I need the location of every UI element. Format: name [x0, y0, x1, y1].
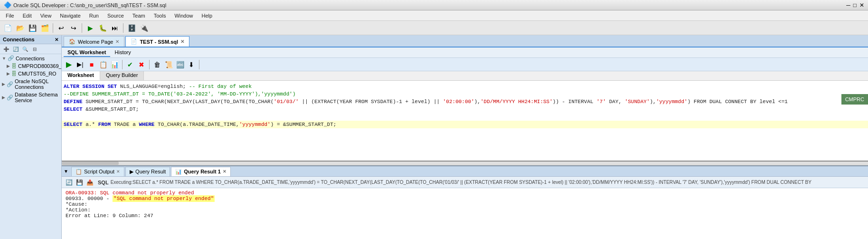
undo-btn[interactable]: ↩	[56, 23, 67, 33]
save-results-btn[interactable]: 💾	[75, 178, 84, 187]
tree-item-nosql[interactable]: ▶ 🔗 Oracle NoSQL Connections	[0, 77, 61, 91]
menu-item-help[interactable]: Help	[198, 12, 217, 19]
history-btn[interactable]: 📜	[163, 59, 174, 70]
main-layout: Connections ✕ ➕ 🔄 🔍 ⊟ ▼ 🔗 Connections ▶ …	[0, 35, 868, 239]
editor-tab-worksheet[interactable]: Worksheet	[62, 71, 100, 80]
code-line-1: ALTER SESSION SET NLS_LANGUAGE=english; …	[62, 83, 868, 90]
editor-scrollbar[interactable]	[62, 162, 868, 165]
sql-sep-1	[122, 60, 123, 69]
tab-welcome-close[interactable]: ✕	[115, 39, 119, 44]
tab-ssm-close[interactable]: ✕	[180, 39, 184, 44]
connections-toolbar: ➕ 🔄 🔍 ⊟	[0, 44, 61, 54]
connections-label: Connections	[16, 56, 45, 61]
tree-item-cmutst[interactable]: ▶ 🗄 CMUTST05_RO	[0, 70, 61, 77]
menu-bar: FileEditViewNavigateRunSourceTeamToolsWi…	[0, 10, 868, 21]
explain-btn[interactable]: 📋	[98, 59, 108, 70]
menu-item-team[interactable]: Team	[129, 12, 149, 19]
query-result-label: Query Result	[135, 169, 166, 174]
menu-item-window[interactable]: Window	[170, 12, 197, 19]
code-editor[interactable]: ALTER SESSION SET NLS_LANGUAGE=english; …	[62, 81, 868, 162]
query-result-1-close[interactable]: ✕	[223, 169, 226, 174]
editor-tab-worksheet-label: Worksheet	[67, 72, 94, 78]
debug-btn[interactable]: 🐛	[97, 23, 108, 33]
menu-item-navigate[interactable]: Navigate	[56, 12, 84, 19]
tree-item-cmprod[interactable]: ▶ 🗄 CMPROD800369_RO	[0, 62, 61, 70]
bottom-panel-collapse-btn[interactable]: ▼	[64, 169, 68, 174]
add-conn-btn[interactable]: ➕	[2, 45, 10, 53]
schema-label: Database Schema Service	[15, 92, 59, 103]
bottom-tab-query-result[interactable]: ▶ Query Result	[125, 167, 170, 176]
close-btn[interactable]: ✕	[859, 2, 864, 9]
collapse-all-btn[interactable]: ⊟	[30, 45, 39, 53]
bottom-tab-query-result-1[interactable]: 📊 Query Result 1 ✕	[171, 167, 231, 176]
editor-tab-querybuilder[interactable]: Query Builder	[100, 71, 144, 80]
ws-tab-history[interactable]: History	[111, 48, 135, 57]
script-output-content: ORA-00933: SQL command not properly ende…	[62, 188, 868, 239]
new-btn[interactable]: 📄	[2, 23, 13, 33]
format-btn[interactable]: 🔤	[175, 59, 185, 70]
save-btn[interactable]: 💾	[27, 23, 38, 33]
query-result-icon: ▶	[130, 169, 133, 175]
rollback-btn[interactable]: ✖	[136, 59, 147, 70]
save-all-btn[interactable]: 🗂️	[39, 23, 50, 33]
db-icon-cmutst: 🗄	[11, 71, 17, 76]
query-result-1-label: Query Result 1	[184, 169, 221, 174]
commit-btn[interactable]: ✔	[125, 59, 135, 70]
menu-item-tools[interactable]: Tools	[150, 12, 170, 19]
sql-label: SQL	[98, 180, 109, 185]
export-btn[interactable]: 📤	[85, 178, 94, 187]
refresh-conn-btn[interactable]: 🔄	[11, 45, 20, 53]
run-script-btn[interactable]: ▶|	[75, 59, 85, 70]
separator-2	[82, 23, 82, 33]
ws-tab-worksheet[interactable]: SQL Worksheet	[64, 48, 110, 57]
menu-item-run[interactable]: Run	[85, 12, 103, 19]
minimize-btn[interactable]: ─	[846, 2, 850, 9]
editor-tabs: Worksheet Query Builder	[62, 71, 868, 81]
app-icon: 🔷	[4, 1, 11, 9]
code-line-6: SELECT a.* FROM TRADE a WHERE TO_CHAR(a.…	[62, 121, 868, 128]
bottom-tab-script-output[interactable]: 📋 Script Output ✕	[71, 167, 124, 176]
filter-btn[interactable]: 🔍	[21, 45, 29, 53]
tab-welcome-icon: 🏠	[69, 38, 75, 45]
editor-tab-querybuilder-label: Query Builder	[106, 72, 138, 78]
error-line-4: *Action:	[66, 207, 864, 213]
run-statement-btn[interactable]: ▶	[64, 59, 74, 70]
conn-btn[interactable]: 🔌	[138, 23, 150, 33]
redo-btn[interactable]: ↪	[68, 23, 79, 33]
tree-item-connections[interactable]: ▼ 🔗 Connections	[0, 54, 61, 62]
menu-item-source[interactable]: Source	[104, 12, 128, 19]
code-line-5	[62, 113, 868, 121]
error-line-5: Error at Line: 9 Column: 247	[66, 213, 864, 219]
clear-btn[interactable]: 🗑	[152, 59, 162, 70]
title-text: Oracle SQL Developer : C:\snb_ro_user\SN…	[13, 2, 166, 8]
step-btn[interactable]: ⏭	[109, 23, 121, 33]
autotrace-btn[interactable]: 📊	[109, 59, 120, 70]
cmprod-label: CMPROD800369_RO	[18, 63, 61, 69]
tab-welcome-page[interactable]: 🏠 Welcome Page ✕	[64, 36, 124, 47]
connections-icon: 🔗	[8, 55, 14, 61]
maximize-btn[interactable]: □	[853, 2, 857, 9]
connections-close[interactable]: ✕	[55, 37, 58, 42]
main-toolbar: 📄 📂 💾 🗂️ ↩ ↪ ▶ 🐛 ⏭ 🗄️ 🔌	[0, 21, 868, 35]
tab-ssm-sql[interactable]: 📄 TEST - SSM.sql ✕	[125, 36, 189, 47]
script-output-close[interactable]: ✕	[116, 169, 120, 174]
lower-btn[interactable]: ⬇	[186, 59, 197, 70]
nosql-label: Oracle NoSQL Connections	[15, 78, 59, 90]
run-btn[interactable]: ▶	[85, 23, 96, 33]
menu-item-file[interactable]: File	[2, 12, 18, 19]
tab-ssm-label: TEST - SSM.sql	[140, 39, 178, 45]
tab-ssm-icon: 📄	[131, 38, 137, 45]
cancel-btn[interactable]: ■	[86, 59, 97, 70]
menu-item-edit[interactable]: Edit	[19, 12, 36, 19]
script-output-label: Script Output	[84, 169, 114, 174]
sql-toolbar: ▶ ▶| ■ 📋 📊 ✔ ✖ 🗑 📜 🔤 ⬇ CMPRC	[62, 58, 868, 71]
tab-bar: 🏠 Welcome Page ✕ 📄 TEST - SSM.sql ✕	[62, 35, 868, 48]
title-bar: 🔷 Oracle SQL Developer : C:\snb_ro_user\…	[0, 0, 868, 10]
refresh-results-btn[interactable]: 🔄	[65, 178, 73, 187]
tree-item-schema[interactable]: ▶ 🔗 Database Schema Service	[0, 91, 61, 104]
db-btn[interactable]: 🗄️	[126, 23, 137, 33]
expand-icon-cmutst: ▶	[7, 71, 10, 76]
sql-sep-2	[149, 60, 150, 69]
menu-item-view[interactable]: View	[37, 12, 56, 19]
open-btn[interactable]: 📂	[14, 23, 26, 33]
